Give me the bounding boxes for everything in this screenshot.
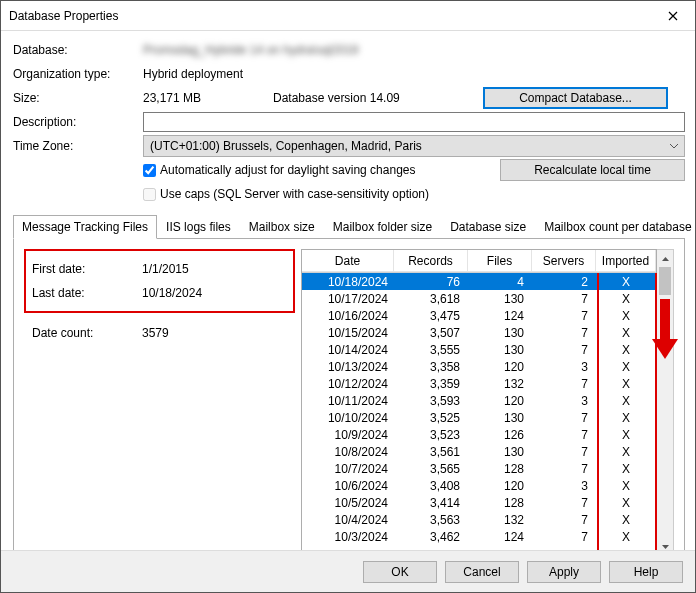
cell-servers: 7 (532, 445, 596, 459)
cell-date: 10/16/2024 (302, 309, 394, 323)
table-row[interactable]: 10/10/20243,5251307X (302, 409, 656, 426)
close-button[interactable] (650, 1, 695, 30)
cell-records: 3,523 (394, 428, 468, 442)
table-row[interactable]: 10/9/20243,5231267X (302, 426, 656, 443)
compact-database-button[interactable]: Compact Database... (483, 87, 668, 109)
table-row[interactable]: 10/4/20243,5631327X (302, 511, 656, 528)
content: Database: Promodag_Hybride 14 on hydra\s… (1, 31, 695, 567)
table-row[interactable]: 10/15/20243,5071307X (302, 324, 656, 341)
column-header-records[interactable]: Records (394, 250, 468, 272)
titlebar: Database Properties (1, 1, 695, 31)
table-row[interactable]: 10/8/20243,5611307X (302, 443, 656, 460)
table-row[interactable]: 10/17/20243,6181307X (302, 290, 656, 307)
cell-date: 10/4/2024 (302, 513, 394, 527)
size-value: 23,171 MB (143, 91, 273, 105)
cell-imported: X (596, 377, 656, 391)
cell-records: 3,414 (394, 496, 468, 510)
table-row[interactable]: 10/5/20243,4141287X (302, 494, 656, 511)
cell-files: 130 (468, 292, 532, 306)
table-row[interactable]: 10/11/20243,5931203X (302, 392, 656, 409)
tab-mailbox-folder-size[interactable]: Mailbox folder size (324, 215, 441, 238)
cell-files: 120 (468, 360, 532, 374)
cell-files: 120 (468, 394, 532, 408)
cell-date: 10/17/2024 (302, 292, 394, 306)
cell-imported: X (596, 496, 656, 510)
cell-date: 10/10/2024 (302, 411, 394, 425)
cell-records: 3,563 (394, 513, 468, 527)
cell-servers: 2 (532, 275, 596, 289)
cell-servers: 3 (532, 394, 596, 408)
database-label: Database: (13, 43, 143, 57)
table-row[interactable]: 10/18/20247642X (302, 273, 656, 290)
cell-servers: 7 (532, 292, 596, 306)
cell-files: 128 (468, 496, 532, 510)
column-header-date[interactable]: Date (302, 250, 394, 272)
scroll-up-button[interactable] (657, 250, 673, 267)
cell-imported: X (596, 428, 656, 442)
cell-servers: 7 (532, 326, 596, 340)
cell-date: 10/13/2024 (302, 360, 394, 374)
use-caps-label: Use caps (SQL Server with case-sensitivi… (160, 187, 429, 201)
cell-servers: 7 (532, 513, 596, 527)
auto-dst-checkbox[interactable]: Automatically adjust for daylight saving… (143, 163, 415, 177)
column-header-imported[interactable]: Imported (596, 250, 656, 272)
tab-iis-logs-files[interactable]: IIS logs files (157, 215, 240, 238)
table-row[interactable]: 10/13/20243,3581203X (302, 358, 656, 375)
last-date-label: Last date: (32, 286, 142, 300)
close-icon (668, 11, 678, 21)
ok-button[interactable]: OK (363, 561, 437, 583)
help-button[interactable]: Help (609, 561, 683, 583)
cell-files: 124 (468, 530, 532, 544)
data-grid[interactable]: DateRecordsFilesServersImported 10/18/20… (301, 249, 657, 556)
table-row[interactable]: 10/16/20243,4751247X (302, 307, 656, 324)
cell-files: 128 (468, 462, 532, 476)
tab-database-size[interactable]: Database size (441, 215, 535, 238)
cell-files: 130 (468, 445, 532, 459)
cell-records: 3,555 (394, 343, 468, 357)
tab-mailbox-count-per-database[interactable]: Mailbox count per database (535, 215, 696, 238)
org-type-label: Organization type: (13, 67, 143, 81)
description-input[interactable] (143, 112, 685, 132)
cell-records: 3,618 (394, 292, 468, 306)
column-header-files[interactable]: Files (468, 250, 532, 272)
auto-dst-label: Automatically adjust for daylight saving… (160, 163, 415, 177)
cell-date: 10/8/2024 (302, 445, 394, 459)
recalculate-label: Recalculate local time (534, 163, 651, 177)
cell-date: 10/11/2024 (302, 394, 394, 408)
cell-files: 130 (468, 326, 532, 340)
tab-message-tracking-files[interactable]: Message Tracking Files (13, 215, 157, 239)
cell-servers: 7 (532, 496, 596, 510)
vertical-scrollbar[interactable] (657, 249, 674, 556)
date-count-value: 3579 (142, 326, 169, 340)
grid-wrapper: DateRecordsFilesServersImported 10/18/20… (301, 249, 674, 556)
auto-dst-input[interactable] (143, 164, 156, 177)
scrollbar-thumb[interactable] (659, 267, 671, 295)
table-row[interactable]: 10/3/20243,4621247X (302, 528, 656, 545)
table-row[interactable]: 10/7/20243,5651287X (302, 460, 656, 477)
cell-date: 10/12/2024 (302, 377, 394, 391)
window-title: Database Properties (9, 9, 650, 23)
description-label: Description: (13, 115, 143, 129)
tab-bar: Message Tracking FilesIIS logs filesMail… (13, 215, 685, 239)
cell-date: 10/5/2024 (302, 496, 394, 510)
recalculate-button[interactable]: Recalculate local time (500, 159, 685, 181)
table-row[interactable]: 10/12/20243,3591327X (302, 375, 656, 392)
date-range-highlight: First date: 1/1/2015 Last date: 10/18/20… (24, 249, 295, 313)
cell-date: 10/15/2024 (302, 326, 394, 340)
timezone-label: Time Zone: (13, 139, 143, 153)
table-row[interactable]: 10/14/20243,5551307X (302, 341, 656, 358)
tab-mailbox-size[interactable]: Mailbox size (240, 215, 324, 238)
table-row[interactable]: 10/6/20243,4081203X (302, 477, 656, 494)
cancel-button[interactable]: Cancel (445, 561, 519, 583)
column-header-servers[interactable]: Servers (532, 250, 596, 272)
cell-imported: X (596, 479, 656, 493)
first-date-label: First date: (32, 262, 142, 276)
cell-imported: X (596, 360, 656, 374)
apply-button: Apply (527, 561, 601, 583)
size-label: Size: (13, 91, 143, 105)
cell-imported: X (596, 326, 656, 340)
cell-records: 76 (394, 275, 468, 289)
cell-files: 126 (468, 428, 532, 442)
timezone-select[interactable]: (UTC+01:00) Brussels, Copenhagen, Madrid… (143, 135, 685, 157)
cell-date: 10/14/2024 (302, 343, 394, 357)
